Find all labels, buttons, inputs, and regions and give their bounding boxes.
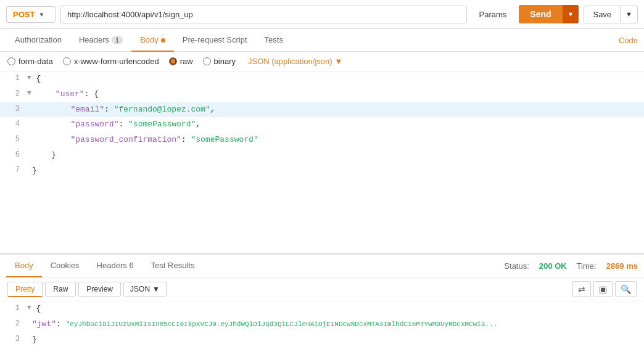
- pretty-button[interactable]: Pretty: [7, 282, 43, 297]
- search-icon-button[interactable]: 🔍: [615, 281, 637, 297]
- response-toolbar: Pretty Raw Preview JSON ▼ ⇄ ▣ 🔍: [0, 277, 644, 301]
- time-value: 2869 ms: [606, 261, 638, 271]
- request-code-editor[interactable]: 1 ▼ { 2 ▼ "user": { 3 "email": "fernando…: [0, 72, 644, 253]
- raw-radio[interactable]: [169, 57, 177, 65]
- method-select[interactable]: POST ▼: [6, 6, 56, 23]
- binary-label: binary: [214, 57, 236, 66]
- params-button[interactable]: Params: [472, 6, 514, 23]
- binary-radio[interactable]: [203, 57, 211, 65]
- tab-headers[interactable]: Headers1: [70, 29, 131, 52]
- binary-radio-label[interactable]: binary: [203, 57, 236, 66]
- form-data-radio[interactable]: [7, 57, 15, 65]
- resp-line-1: 1 ▼ {: [0, 301, 644, 317]
- code-line-3: 3 "email": "fernando@lopez.com",: [0, 102, 644, 118]
- response-tab-test-results[interactable]: Test Results: [142, 255, 204, 277]
- resp-line-2: 2 "jwt": "eyJhbGciOiJIUzUxMiIsInR5cCI6Ik…: [0, 317, 644, 332]
- urlencoded-label: x-www-form-urlencoded: [74, 57, 159, 66]
- tab-body[interactable]: Body: [131, 29, 174, 52]
- body-type-bar: form-data x-www-form-urlencoded raw bina…: [0, 52, 644, 72]
- send-button[interactable]: Send: [519, 5, 562, 23]
- time-label: Time:: [577, 261, 597, 271]
- code-link[interactable]: Code: [619, 36, 638, 45]
- url-input[interactable]: [60, 6, 467, 23]
- code-line-6: 6 }: [0, 148, 644, 163]
- code-line-7: 7 }: [0, 163, 644, 179]
- request-tab-bar: Authorization Headers1 Body Pre-request …: [0, 29, 644, 52]
- copy-icon-button[interactable]: ▣: [593, 281, 613, 297]
- save-group: Save ▼: [584, 6, 638, 23]
- method-label: POST: [13, 10, 35, 19]
- form-data-radio-label[interactable]: form-data: [7, 57, 53, 66]
- urlencoded-radio[interactable]: [63, 57, 71, 65]
- response-tab-body[interactable]: Body: [6, 255, 42, 277]
- response-json-chevron-icon: ▼: [152, 285, 160, 293]
- bottom-panel: Body Cookies Headers 6 Test Results Stat…: [0, 253, 644, 352]
- raw-radio-label[interactable]: raw: [169, 57, 193, 66]
- save-button[interactable]: Save: [584, 6, 621, 23]
- raw-label: raw: [180, 57, 193, 66]
- json-type-button[interactable]: JSON (application/json) ▼: [248, 57, 342, 66]
- response-headers-badge: 6: [129, 261, 133, 270]
- preview-button[interactable]: Preview: [78, 282, 121, 297]
- wrap-icon-button[interactable]: ⇄: [572, 281, 591, 297]
- headers-badge: 1: [112, 36, 123, 44]
- code-line-2: 2 ▼ "user": {: [0, 87, 644, 102]
- response-tab-headers[interactable]: Headers 6: [88, 255, 142, 277]
- code-line-5: 5 "password_confirmation": "somePassword…: [0, 133, 644, 148]
- save-dropdown-button[interactable]: ▼: [621, 6, 638, 23]
- send-dropdown-button[interactable]: ▼: [563, 5, 579, 23]
- code-line-4: 4 "password": "somePassword",: [0, 117, 644, 133]
- body-dot: [161, 38, 165, 43]
- tab-authorization[interactable]: Authorization: [6, 29, 70, 52]
- response-code-area[interactable]: 1 ▼ { 2 "jwt": "eyJhbGciOiJIUzUxMiIsInR5…: [0, 301, 644, 352]
- raw-button[interactable]: Raw: [45, 282, 76, 297]
- response-tab-cookies[interactable]: Cookies: [42, 255, 88, 277]
- status-value: 200 OK: [539, 261, 567, 271]
- status-label: Status:: [504, 261, 529, 271]
- method-chevron-icon: ▼: [38, 11, 44, 18]
- form-data-label: form-data: [19, 57, 53, 66]
- json-type-label: JSON (application/json): [248, 57, 332, 66]
- tab-prerequest[interactable]: Pre-request Script: [174, 29, 256, 52]
- response-tab-bar: Body Cookies Headers 6 Test Results Stat…: [0, 255, 644, 277]
- response-json-type-button[interactable]: JSON ▼: [123, 282, 167, 297]
- status-area: Status: 200 OK Time: 2869 ms: [504, 261, 638, 271]
- urlencoded-radio-label[interactable]: x-www-form-urlencoded: [63, 57, 159, 66]
- tab-tests[interactable]: Tests: [256, 29, 292, 52]
- resp-line-3: 3 }: [0, 332, 644, 348]
- json-type-chevron-icon: ▼: [335, 57, 343, 66]
- response-json-label: JSON: [130, 285, 150, 293]
- top-bar: POST ▼ Params Send ▼ Save ▼: [0, 0, 644, 29]
- code-line-1: 1 ▼ {: [0, 72, 644, 87]
- send-group: Send ▼: [519, 5, 579, 23]
